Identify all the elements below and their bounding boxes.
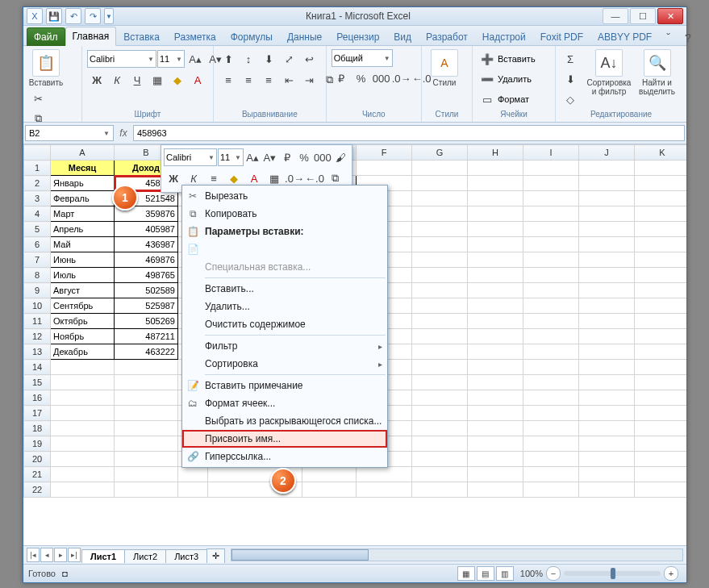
cell-J7[interactable] [579,252,635,268]
cell-I4[interactable] [523,206,579,222]
cell-K15[interactable] [635,375,687,390]
ctx-insert[interactable]: Вставить... [182,280,387,298]
row-header-13[interactable]: 13 [24,344,51,360]
cell-A15[interactable] [51,375,115,390]
cell-B13[interactable]: 463222 [115,344,178,360]
ctx-filter[interactable]: Фильтр▸ [182,337,387,355]
currency-icon[interactable]: ₽ [332,69,351,88]
cell-F1[interactable] [357,161,412,176]
cell-J11[interactable] [579,314,635,329]
cell-G17[interactable] [412,406,468,421]
cell-A20[interactable] [51,452,115,467]
cell-K9[interactable] [635,283,687,298]
cell-H13[interactable] [468,344,523,360]
wrap-text-icon[interactable]: ↩ [299,49,319,69]
save-icon[interactable]: 💾 [46,8,62,24]
row-header-20[interactable]: 20 [24,452,51,467]
cell-B6[interactable]: 436987 [115,237,178,252]
cell-H17[interactable] [468,406,523,421]
cell-H15[interactable] [468,375,523,390]
cell-A4[interactable]: Март [51,206,115,222]
align-bottom-icon[interactable]: ⬇ [259,49,278,69]
cell-G15[interactable] [412,375,468,390]
cell-G18[interactable] [412,421,468,436]
ctx-cut[interactable]: ✂Вырезать [182,187,387,205]
cell-G10[interactable] [412,298,468,314]
tab-insert[interactable]: Вставка [116,27,167,46]
cell-H7[interactable] [468,252,523,268]
sort-filter-button[interactable]: A↓ Сортировка и фильтр [585,49,633,96]
row-header-10[interactable]: 10 [24,298,51,314]
mini-size-combo[interactable]: 11▼ [218,148,244,166]
cell-H22[interactable] [468,482,523,498]
cell-J8[interactable] [579,268,635,283]
cell-H19[interactable] [468,436,523,452]
underline-button[interactable]: Ч [127,70,147,90]
cell-K5[interactable] [635,222,687,237]
cell-A1[interactable]: Месяц [51,161,115,176]
font-name-combo[interactable]: Calibri▼ [87,50,156,68]
macro-record-icon[interactable]: ◘ [62,569,68,578]
ctx-format-cells[interactable]: 🗂Формат ячеек... [182,394,387,412]
cell-I15[interactable] [523,375,579,390]
cell-I7[interactable] [523,252,579,268]
row-header-16[interactable]: 16 [24,390,51,406]
zoom-level[interactable]: 100% [520,569,543,578]
cell-C21[interactable] [178,467,208,482]
cell-J16[interactable] [579,390,635,406]
cell-J22[interactable] [579,482,635,498]
cell-H3[interactable] [468,191,523,206]
sheet-tab-2[interactable]: Лист2 [124,549,166,563]
col-header-H[interactable]: H [468,145,523,161]
cell-G12[interactable] [412,329,468,344]
row-header-21[interactable]: 21 [24,467,51,482]
tab-abbyy[interactable]: ABBYY PDF [590,27,659,46]
row-header-7[interactable]: 7 [24,252,51,268]
ctx-define-name[interactable]: Присвоить имя... [182,430,387,448]
cell-G4[interactable] [412,206,468,222]
align-center-icon[interactable]: ≡ [239,70,258,90]
ctx-hyperlink[interactable]: 🔗Гиперссылка... [182,448,387,465]
cell-B12[interactable]: 487211 [115,329,178,344]
cell-G11[interactable] [412,314,468,329]
find-select-button[interactable]: 🔍 Найти и выделить [635,49,679,96]
cell-J15[interactable] [579,375,635,390]
align-top-icon[interactable]: ⬆ [219,49,238,69]
cell-G16[interactable] [412,390,468,406]
cell-A6[interactable]: Май [51,237,115,252]
row-header-15[interactable]: 15 [24,375,51,390]
font-size-combo[interactable]: 11▼ [157,50,185,68]
cell-G9[interactable] [412,283,468,298]
align-left-icon[interactable]: ≡ [219,70,238,90]
ctx-paste-option-button[interactable]: 📄 [182,240,387,258]
cell-I5[interactable] [523,222,579,237]
row-header-22[interactable]: 22 [24,482,51,498]
cell-H10[interactable] [468,298,523,314]
cell-A8[interactable]: Июль [51,268,115,283]
normal-view-icon[interactable]: ▦ [457,566,475,581]
cell-I1[interactable] [523,161,579,176]
cell-H5[interactable] [468,222,523,237]
cell-I21[interactable] [523,467,579,482]
excel-icon[interactable]: X [27,8,43,24]
col-header-J[interactable]: J [579,145,635,161]
cell-G14[interactable] [412,360,468,375]
cell-A5[interactable]: Апрель [51,222,115,237]
autosum-icon[interactable]: Σ [561,49,580,69]
styles-button[interactable]: A Стили [427,49,462,87]
cell-K3[interactable] [635,191,687,206]
delete-cells-button[interactable]: ➖Удалить [478,69,532,89]
ribbon-minimize-icon[interactable]: ˇ [659,29,678,46]
cell-E21[interactable] [302,467,357,482]
align-right-icon[interactable]: ≡ [259,70,278,90]
cell-J14[interactable] [579,360,635,375]
cell-B11[interactable]: 505269 [115,314,178,329]
row-header-12[interactable]: 12 [24,329,51,344]
row-header-19[interactable]: 19 [24,436,51,452]
cell-K20[interactable] [635,452,687,467]
cell-K12[interactable] [635,329,687,344]
col-header-F[interactable]: F [357,145,412,161]
align-middle-icon[interactable]: ↕ [239,49,258,69]
sheet-nav-first-icon[interactable]: |◂ [27,548,40,562]
cell-H12[interactable] [468,329,523,344]
